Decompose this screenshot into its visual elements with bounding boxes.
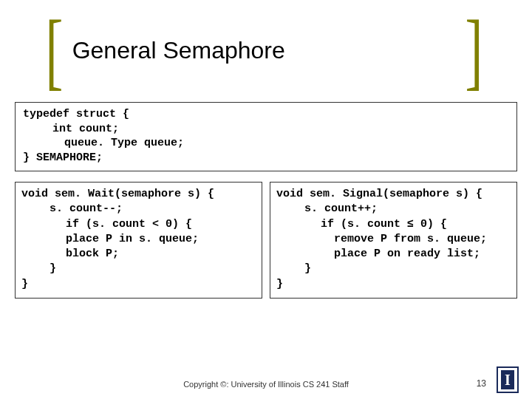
code-line: void sem. Signal(semaphore s) { xyxy=(276,188,482,200)
footer-copyright: Copyright ©: University of Illinois CS 2… xyxy=(0,380,532,389)
code-line: if (s. count < 0) { xyxy=(21,217,256,232)
code-line: place P in s. queue; xyxy=(21,232,256,247)
illinois-logo-icon: I xyxy=(497,366,519,393)
code-line: } xyxy=(276,262,511,276)
code-line: void sem. Wait(semaphore s) { xyxy=(21,188,214,200)
code-line: typedef struct { xyxy=(23,107,509,122)
slide-title: General Semaphore xyxy=(72,37,285,64)
code-line: s. count++; xyxy=(276,202,511,216)
wait-code-box: void sem. Wait(semaphore s) { s. count--… xyxy=(15,182,262,299)
bracket-left-icon: [ xyxy=(45,27,63,74)
page-number: 13 xyxy=(477,378,486,389)
code-line: } SEMAPHORE; xyxy=(23,151,509,166)
title-bar: [ General Semaphore ] xyxy=(41,28,488,72)
code-line: queue. Type queue; xyxy=(23,136,509,151)
code-line: s. count--; xyxy=(21,202,256,216)
code-line: place P on ready list; xyxy=(276,247,511,262)
code-row: void sem. Wait(semaphore s) { s. count--… xyxy=(15,182,517,299)
code-line: block P; xyxy=(21,247,256,262)
bracket-right-icon: ] xyxy=(466,27,483,74)
logo-inner: I xyxy=(501,370,514,389)
code-line: } xyxy=(276,278,283,290)
typedef-code-box: typedef struct { int count; queue. Type … xyxy=(15,102,517,171)
code-line: } xyxy=(21,262,256,276)
code-line: if (s. count ≤ 0) { xyxy=(276,217,511,232)
code-line: } xyxy=(21,278,28,290)
code-line: int count; xyxy=(23,122,509,137)
code-line: remove P from s. queue; xyxy=(276,232,511,247)
logo-letter: I xyxy=(505,372,511,387)
signal-code-box: void sem. Signal(semaphore s) { s. count… xyxy=(270,182,517,299)
